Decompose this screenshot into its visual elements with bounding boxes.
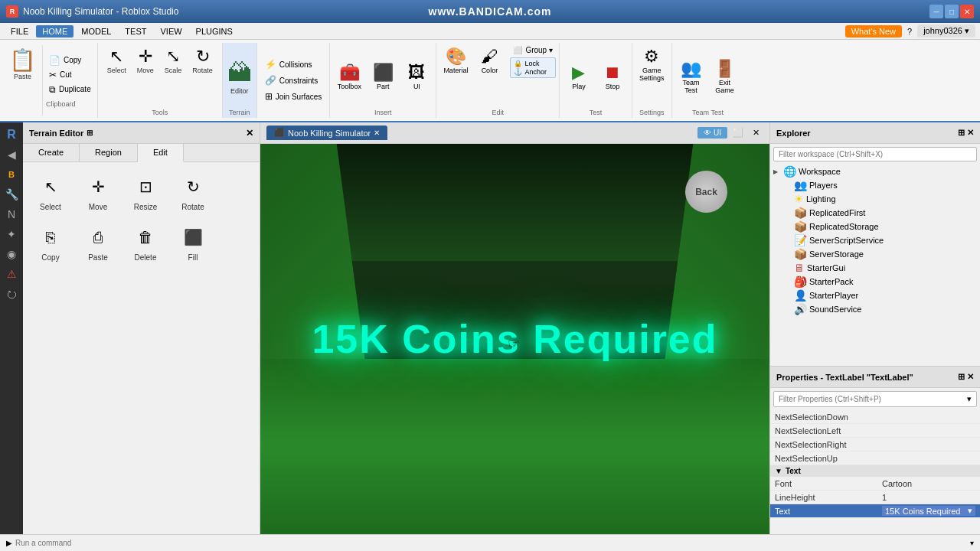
sidebar-item-4[interactable]: ✦ <box>2 225 21 243</box>
terrain-tab-edit[interactable]: Edit <box>138 144 184 162</box>
prop-value-line-height[interactable]: 1 <box>882 493 975 502</box>
tree-item-starter-pack[interactable]: 🎒 StarterPack <box>770 275 980 289</box>
ribbon: 📋 Paste 📄 Copy ✂ Cut ⧉ Duplicate Clipboa… <box>0 40 980 122</box>
sidebar-item-1[interactable]: B <box>2 165 21 184</box>
terrain-select-tool[interactable]: ↖ Select <box>31 170 70 214</box>
help-button[interactable]: ? <box>903 25 916 37</box>
terrain-delete-label: Delete <box>135 253 157 262</box>
terrain-copy-tool[interactable]: ⎘ Copy <box>31 220 70 265</box>
explorer-close-button[interactable]: ✕ <box>967 128 974 138</box>
toolbox-button[interactable]: 🧰 Toolbox <box>333 60 365 93</box>
material-button[interactable]: 🎨 Material <box>439 44 472 78</box>
tree-item-replicated-first[interactable]: 📦 ReplicatedFirst <box>770 206 980 220</box>
terrain-paste-tool[interactable]: ⎙ Paste <box>78 220 118 265</box>
scale-tool-button[interactable]: ⤡ Scale <box>160 44 187 77</box>
tree-item-replicated-storage[interactable]: 📦 ReplicatedStorage <box>770 220 980 233</box>
terrain-close-button[interactable]: ✕ <box>246 128 253 139</box>
terrain-panel-title: Terrain Editor <box>29 129 83 138</box>
explorer-search-input[interactable] <box>779 150 972 158</box>
play-button[interactable]: ▶ Play <box>563 60 595 93</box>
whats-new-button[interactable]: What's New <box>845 25 902 37</box>
tree-item-workspace[interactable]: ▶ 🌐 Workspace <box>770 165 980 178</box>
color-icon: 🖌 <box>481 47 498 67</box>
game-canvas[interactable]: 15K Coins Required Back ☞ <box>260 144 769 534</box>
sidebar-item-7[interactable]: ⭮ <box>2 285 21 303</box>
minimize-button[interactable]: ─ <box>929 5 943 18</box>
prop-value-font[interactable]: Cartoon <box>882 479 975 488</box>
tools-label: Tools <box>103 109 217 116</box>
prop-value-text[interactable]: 15K Coins Required ▾ <box>882 506 975 516</box>
stop-button[interactable]: ⏹ Stop <box>596 60 629 93</box>
command-input[interactable] <box>15 539 967 547</box>
tree-item-starter-player[interactable]: 👤 StarterPlayer <box>770 289 980 302</box>
menu-view[interactable]: VIEW <box>154 25 188 37</box>
sidebar-item-2[interactable]: 🔧 <box>2 185 21 204</box>
group-button[interactable]: ⬜ Group ▾ <box>510 44 556 56</box>
menu-home[interactable]: HOME <box>36 25 74 37</box>
terrain-resize-tool[interactable]: ⊡ Resize <box>126 170 165 214</box>
sidebar-arrow-icon[interactable]: ◀ <box>2 145 21 164</box>
explorer-float-button[interactable]: ⊞ <box>958 128 965 138</box>
select-tool-button[interactable]: ↖ Select <box>103 44 131 77</box>
tree-item-sound-service[interactable]: 🔊 SoundService <box>770 302 980 316</box>
tree-item-server-script-service[interactable]: 📝 ServerScriptService <box>770 233 980 247</box>
team-test-button[interactable]: 👥 TeamTest <box>675 57 707 96</box>
exit-game-button[interactable]: 🚪 ExitGame <box>709 57 741 96</box>
user-button[interactable]: johny0326 ▾ <box>917 24 975 37</box>
canvas-view-close[interactable]: ✕ <box>749 126 763 139</box>
terrain-editor-button[interactable]: 🏔 Editor <box>227 44 252 109</box>
menu-model[interactable]: MODEL <box>75 25 117 37</box>
back-button[interactable]: Back <box>685 171 727 213</box>
explorer-search[interactable] <box>773 147 977 161</box>
properties-search[interactable]: ▾ <box>773 391 977 407</box>
terrain-tab-create[interactable]: Create <box>23 144 80 161</box>
properties-close-button[interactable]: ✕ <box>967 372 974 382</box>
color-button[interactable]: 🖌 Color <box>473 44 505 78</box>
menu-plugins[interactable]: PLUGINS <box>190 25 239 37</box>
settings-group: ⚙ GameSettings Settings <box>632 43 672 118</box>
collisions-button[interactable]: ⚡ Collisions <box>262 57 325 71</box>
prop-text-dropdown[interactable]: ▾ <box>968 506 972 516</box>
sidebar-item-6[interactable]: ⚠ <box>2 265 21 283</box>
tree-item-server-storage[interactable]: 📦 ServerStorage <box>770 247 980 261</box>
terrain-move-label: Move <box>89 203 107 211</box>
paste-button[interactable]: 📋 Paste <box>3 44 43 116</box>
move-tool-button[interactable]: ✛ Move <box>132 44 158 77</box>
properties-search-input[interactable] <box>779 395 967 403</box>
tree-item-starter-gui[interactable]: 🖥 StarterGui <box>770 261 980 275</box>
tree-item-players[interactable]: 👥 Players <box>770 178 980 192</box>
properties-float-button[interactable]: ⊞ <box>958 372 965 382</box>
copy-button[interactable]: 📄 Copy <box>46 54 94 67</box>
terrain-move-tool[interactable]: ✛ Move <box>78 170 118 214</box>
maximize-button[interactable]: □ <box>945 5 959 18</box>
anchor-button[interactable]: ⚓ Anchor <box>514 68 552 76</box>
cut-button[interactable]: ✂ Cut <box>46 68 94 82</box>
terrain-rotate-tool[interactable]: ↻ Rotate <box>173 170 213 214</box>
sidebar-item-3[interactable]: N <box>2 205 21 223</box>
canvas-tab-main[interactable]: ⬛ Noob Killing Simulator ✕ <box>266 126 387 140</box>
join-surfaces-button[interactable]: ⊞ Join Surfaces <box>262 90 325 103</box>
properties-search-dropdown[interactable]: ▾ <box>967 394 972 404</box>
close-button[interactable]: ✕ <box>960 5 974 18</box>
rotate-tool-button[interactable]: ↻ Rotate <box>188 44 217 77</box>
ui-button[interactable]: 🖼 UI <box>400 60 433 93</box>
terrain-delete-tool[interactable]: 🗑 Delete <box>126 220 165 265</box>
terrain-tab-region[interactable]: Region <box>80 144 138 161</box>
constraints-button[interactable]: 🔗 Constraints <box>262 73 325 87</box>
part-button[interactable]: ⬛ Part <box>367 60 399 93</box>
menu-file[interactable]: FILE <box>5 25 34 37</box>
ui-toggle-button[interactable]: 👁 UI <box>697 127 727 139</box>
command-dropdown[interactable]: ▾ <box>970 539 974 547</box>
group-icon: ⬜ <box>513 46 522 54</box>
canvas-view-expand[interactable]: ⬜ <box>729 126 747 139</box>
settings-group-label: Settings <box>635 109 668 116</box>
sidebar-item-5[interactable]: ◉ <box>2 245 21 263</box>
menu-test[interactable]: TEST <box>119 25 152 37</box>
lock-button[interactable]: 🔒 Lock <box>514 60 552 67</box>
game-settings-button[interactable]: ⚙ GameSettings <box>635 44 668 84</box>
terrain-float-button[interactable]: ⊞ <box>87 129 93 137</box>
canvas-tab-close[interactable]: ✕ <box>374 129 380 137</box>
terrain-fill-tool[interactable]: ⬛ Fill <box>173 220 213 265</box>
duplicate-button[interactable]: ⧉ Duplicate <box>46 83 94 96</box>
tree-item-lighting[interactable]: ☀ Lighting <box>770 192 980 206</box>
